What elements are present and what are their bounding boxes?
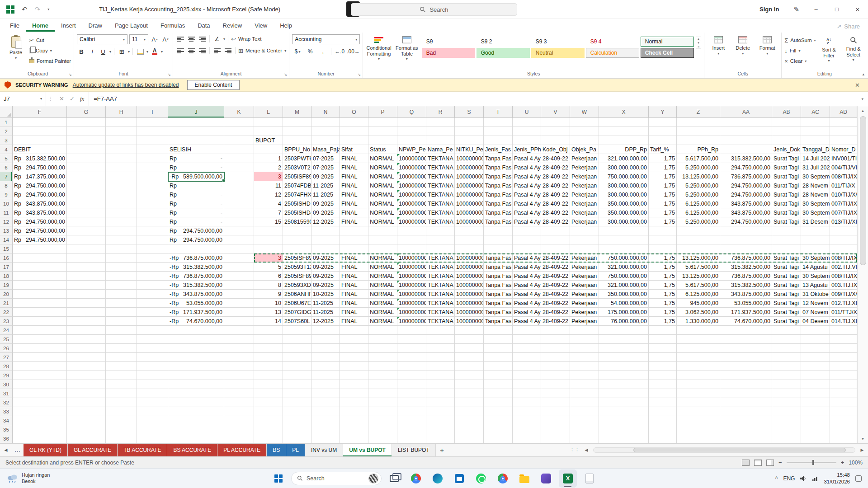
cell-K11[interactable]: [224, 208, 254, 217]
cell-N23[interactable]: 12-2025: [311, 317, 340, 326]
cell-F17[interactable]: [13, 263, 67, 272]
cell-W13[interactable]: [570, 226, 599, 235]
style-chip-s9-4[interactable]: S9 4: [586, 37, 639, 47]
cell-Y14[interactable]: [649, 235, 677, 244]
style-chip-calculation[interactable]: Calculation: [586, 48, 639, 58]
cell-AD33[interactable]: [830, 407, 857, 416]
cell-I26[interactable]: [137, 344, 168, 353]
cell-AC15[interactable]: [801, 244, 830, 253]
cell-AD17[interactable]: 002.TIJ.VII: [830, 263, 857, 272]
cell-Z29[interactable]: [677, 371, 720, 380]
cell-F27[interactable]: [13, 353, 67, 362]
cell-L6[interactable]: 2: [254, 163, 283, 172]
select-all-corner[interactable]: [0, 106, 13, 118]
cell-AA28[interactable]: [720, 362, 772, 371]
cell-G22[interactable]: [67, 308, 106, 317]
cell-Z27[interactable]: [677, 353, 720, 362]
cell-L4[interactable]: [254, 145, 283, 154]
cell-T6[interactable]: Tanpa Fas: [484, 163, 513, 172]
cell-J30[interactable]: [168, 380, 224, 389]
cell-AD24[interactable]: [830, 326, 857, 335]
cell-R10[interactable]: TEKTANA: [426, 199, 455, 208]
cell-T18[interactable]: Tanpa Fas: [484, 272, 513, 281]
cell-AC29[interactable]: [801, 371, 830, 380]
cell-AA32[interactable]: [720, 398, 772, 407]
cell-Q25[interactable]: [397, 335, 426, 344]
cell-R32[interactable]: [426, 398, 455, 407]
font-color-button[interactable]: A: [150, 47, 159, 56]
sheet-tab-list-bupot[interactable]: LIST BUPOT: [392, 444, 436, 456]
cell-Z23[interactable]: 1.330.000,00: [677, 317, 720, 326]
cell-N7[interactable]: 09-2025: [311, 172, 340, 181]
cell-F20[interactable]: [13, 290, 67, 299]
cell-M25[interactable]: [283, 335, 311, 344]
cell-G28[interactable]: [67, 362, 106, 371]
row-header-15[interactable]: 15: [0, 244, 13, 253]
cell-AB2[interactable]: [772, 127, 801, 136]
cell-AD3[interactable]: [830, 136, 857, 145]
col-header-AC[interactable]: AC: [801, 106, 830, 118]
cell-H29[interactable]: [106, 371, 137, 380]
cell-N5[interactable]: 07-2025: [311, 154, 340, 163]
align-right-button[interactable]: [198, 46, 207, 55]
cell-Y26[interactable]: [649, 344, 677, 353]
cell-T5[interactable]: Tanpa Fas: [484, 154, 513, 163]
cell-L23[interactable]: 14: [254, 317, 283, 326]
cell-N12[interactable]: 12-2025: [311, 217, 340, 226]
cell-X9[interactable]: 300.000.000,00: [599, 190, 649, 199]
sign-in-button[interactable]: Sign in: [751, 6, 787, 13]
cell-F23[interactable]: [13, 317, 67, 326]
cell-K36[interactable]: [224, 434, 254, 443]
row-header-32[interactable]: 32: [0, 398, 13, 407]
col-header-H[interactable]: H: [106, 106, 137, 118]
cell-L9[interactable]: 12: [254, 190, 283, 199]
purple-app-button[interactable]: [537, 469, 555, 488]
cell-Z4[interactable]: PPh_Rp: [677, 145, 720, 154]
cell-Q13[interactable]: [397, 226, 426, 235]
cell-T34[interactable]: [484, 416, 513, 425]
cell-AD14[interactable]: [830, 235, 857, 244]
network-icon[interactable]: [812, 476, 818, 481]
cell-S21[interactable]: 100000000: [455, 299, 484, 308]
cell-Y11[interactable]: 1,75: [649, 208, 677, 217]
cell-U2[interactable]: [513, 127, 541, 136]
cell-N13[interactable]: [311, 226, 340, 235]
cell-O23[interactable]: FINAL: [340, 317, 368, 326]
cell-L24[interactable]: [254, 326, 283, 335]
cell-AD9[interactable]: 010/TIJ/X/: [830, 190, 857, 199]
cell-K1[interactable]: [224, 118, 254, 127]
cell-AD35[interactable]: [830, 425, 857, 434]
cell-X2[interactable]: [599, 127, 649, 136]
cell-U9[interactable]: Pasal 4 Ay: [513, 190, 541, 199]
cell-Z9[interactable]: 5.250.000,00: [677, 190, 720, 199]
cell-Q3[interactable]: [397, 136, 426, 145]
cell-U21[interactable]: Pasal 4 Ay: [513, 299, 541, 308]
cell-N26[interactable]: [311, 344, 340, 353]
col-header-Z[interactable]: Z: [677, 106, 720, 118]
cell-F32[interactable]: [13, 398, 67, 407]
cell-AA34[interactable]: [720, 416, 772, 425]
cell-V23[interactable]: 28-409-22: [541, 317, 570, 326]
cell-I22[interactable]: [137, 308, 168, 317]
cell-P8[interactable]: NORMAL: [368, 181, 397, 190]
cell-X13[interactable]: [599, 226, 649, 235]
cell-U27[interactable]: [513, 353, 541, 362]
cell-W17[interactable]: Pekerjaan: [570, 263, 599, 272]
cell-N19[interactable]: 09-2025: [311, 281, 340, 290]
cell-T13[interactable]: [484, 226, 513, 235]
cell-X28[interactable]: [599, 362, 649, 371]
gallery-more-icon[interactable]: ≡: [696, 45, 701, 49]
cell-P13[interactable]: [368, 226, 397, 235]
cell-P30[interactable]: [368, 380, 397, 389]
cell-AA22[interactable]: 171.937.500,00: [720, 308, 772, 317]
cell-V13[interactable]: [541, 226, 570, 235]
cell-G18[interactable]: [67, 272, 106, 281]
row-header-2[interactable]: 2: [0, 127, 13, 136]
ribbon-tab-view[interactable]: View: [248, 20, 274, 32]
cell-O6[interactable]: FINAL: [340, 163, 368, 172]
conditional-formatting-button[interactable]: Conditional Formatting▾: [366, 34, 392, 61]
cell-AA19[interactable]: 315.382.500,00: [720, 281, 772, 290]
cell-W21[interactable]: Pekerjaan: [570, 299, 599, 308]
cell-G33[interactable]: [67, 407, 106, 416]
language-indicator[interactable]: ENG: [783, 475, 795, 482]
